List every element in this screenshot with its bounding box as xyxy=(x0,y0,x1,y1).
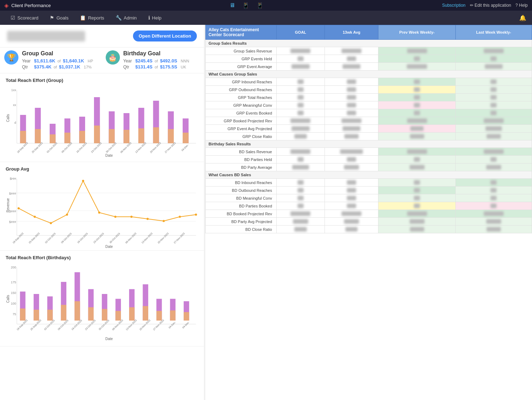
bell-icon: 🔔 xyxy=(519,15,526,21)
goals-icon: ⚑ xyxy=(50,15,54,21)
svg-text:06-Nov-2023: 06-Nov-2023 xyxy=(112,319,124,331)
edit-app-link[interactable]: ✏ Edit this application xyxy=(470,3,511,8)
svg-text:30-Oct-2023: 30-Oct-2023 xyxy=(109,232,121,244)
svg-text:09-Oct-2023: 09-Oct-2023 xyxy=(61,142,73,154)
nav-help[interactable]: ℹ Help xyxy=(143,13,167,23)
section-header-row: What Causes BD Sales xyxy=(206,171,532,179)
table-row: GRP Event Average $1,640.02 $1,078.07 $1… xyxy=(206,63,532,71)
svg-text:18-Sep-2023: 18-Sep-2023 xyxy=(16,141,28,154)
subscription-link[interactable]: Subscription xyxy=(442,3,466,8)
svg-rect-108 xyxy=(170,310,175,321)
reports-icon: 📋 xyxy=(80,15,86,21)
svg-text:$###: $### xyxy=(9,192,16,195)
table-row: BD Parties Booked 35 34.5 32 21 xyxy=(206,202,532,210)
svg-point-63 xyxy=(179,216,181,218)
bd-qtr-target: $175.5S xyxy=(160,64,177,70)
svg-rect-86 xyxy=(20,309,25,321)
chart-group-avg-title: Group Avg xyxy=(6,166,198,172)
group-qtr-pct: 17% xyxy=(84,65,92,69)
svg-point-64 xyxy=(195,213,197,216)
birthday-goal-title: Birthday Goal xyxy=(123,50,189,57)
chart-total-reach-bd: Total Reach Effort (Birthdays) Calls 200… xyxy=(0,251,204,346)
svg-rect-88 xyxy=(34,310,39,321)
table-row: BD Booked Projected Rev $4,211.028 $4,00… xyxy=(206,210,532,218)
svg-point-55 xyxy=(50,222,52,224)
svg-text:25-Sep-2023: 25-Sep-2023 xyxy=(31,141,43,154)
svg-text:Date: Date xyxy=(105,245,113,249)
nav-admin[interactable]: 🔧 Admin xyxy=(111,13,142,23)
group-year-pct: HP xyxy=(88,59,93,63)
nav-scorecard[interactable]: ☑ Scorecard xyxy=(6,13,43,23)
birthday-goal-box: 🎂 Birthday Goal Year $245.4S of $492.0S … xyxy=(106,50,200,70)
svg-text:16-Oct-2023: 16-Oct-2023 xyxy=(71,319,83,331)
tablet-icon[interactable]: 📱 xyxy=(242,2,249,9)
chart-group-avg-container: Revenue $HH $### $### $### 18-Sep-202325… xyxy=(6,175,198,246)
svg-point-60 xyxy=(131,216,133,218)
svg-text:09-Oct-2023: 09-Oct-2023 xyxy=(61,232,72,244)
svg-rect-100 xyxy=(116,311,121,321)
nav-goals-label: Goals xyxy=(56,15,68,21)
chart-total-reach-bd-container: Calls 200 175 150 100 75 18-Sep-202325-S… xyxy=(6,264,198,342)
birthday-goal-rows: Year $245.4S of $492.0S NNN Qtr $131.4S … xyxy=(123,58,189,70)
svg-text:02-Oct-2023: 02-Oct-2023 xyxy=(46,142,58,154)
chart-total-reach-group-title: Total Reach Effort (Group) xyxy=(6,78,198,83)
svg-rect-21 xyxy=(123,130,129,143)
svg-rect-92 xyxy=(61,305,66,321)
svg-rect-29 xyxy=(183,133,189,143)
group-year-label: Year xyxy=(22,59,32,63)
bd-year-of: of xyxy=(155,59,158,63)
svg-text:09-Oct-2023: 09-Oct-2023 xyxy=(57,319,69,331)
nav-reports[interactable]: 📋 Reports xyxy=(75,13,109,23)
right-panel: Alley Cats Entertainment Center Scorecar… xyxy=(205,25,532,400)
scorecard-table: Alley Cats Entertainment Center Scorecar… xyxy=(205,25,532,233)
birthday-goal-icon: 🎂 xyxy=(106,50,120,65)
svg-text:30-Oct-2023: 30-Oct-2023 xyxy=(98,319,110,331)
nav-help-label: Help xyxy=(152,15,162,21)
table-row: BD Party Average $594.110 $259.04 $364.4… xyxy=(206,163,532,171)
group-year-of: of xyxy=(57,59,61,63)
svg-text:23-Oct-2023: 23-Oct-2023 xyxy=(84,319,96,331)
table-row: BD Meaningful Conv 32 46.5 46 26 xyxy=(206,194,532,202)
svg-rect-25 xyxy=(153,127,159,143)
svg-text:Date: Date xyxy=(105,154,113,157)
svg-text:$HH: $HH xyxy=(10,177,16,180)
nav-items: ☑ Scorecard ⚑ Goals 📋 Reports 🔧 Admin ℹ … xyxy=(6,13,166,23)
table-row: BD Close Ratio 54.1% 52.1% 54.26% 40.01% xyxy=(206,226,532,233)
svg-point-58 xyxy=(98,211,100,213)
section-header-row: Birthday Sales Results xyxy=(206,140,532,148)
open-different-location-button[interactable]: Open Different Location xyxy=(133,30,197,41)
svg-rect-96 xyxy=(88,307,94,321)
svg-text:200: 200 xyxy=(11,266,16,269)
main-content: Open Different Location 🏆 Group Goal Yea… xyxy=(0,25,532,400)
col-header-name: Alley Cats Entertainment Center Scorecar… xyxy=(206,25,277,40)
col-header-13wk: 13wk Avg xyxy=(325,25,378,40)
group-goal-rows: Year $1,611.6K of $1,640.1K HP Qtr $375.… xyxy=(22,58,93,70)
svg-point-54 xyxy=(34,216,36,218)
section-header-row: What Causes Group Sales xyxy=(206,71,532,78)
nav-goals[interactable]: ⚑ Goals xyxy=(45,13,73,23)
svg-point-53 xyxy=(18,207,20,209)
svg-text:150: 150 xyxy=(11,291,16,295)
bd-qtr-label: Qtr xyxy=(123,65,133,70)
svg-text:04-Dec-: 04-Dec- xyxy=(182,321,190,329)
top-bar: ◈ Client Performance 🖥 📱 📱 Subscription … xyxy=(0,0,532,11)
mobile-icon[interactable]: 📱 xyxy=(256,2,264,9)
group-qtr-target: $1,037.1K xyxy=(59,64,80,70)
svg-rect-19 xyxy=(109,129,115,143)
svg-text:02-Oct-2023: 02-Oct-2023 xyxy=(44,319,55,331)
svg-text:27-Nov-2023: 27-Nov-2023 xyxy=(173,232,185,244)
help-link[interactable]: ? Help xyxy=(515,3,528,8)
desktop-icon[interactable]: 🖥 xyxy=(229,2,235,9)
top-bar-right: Subscription ✏ Edit this application ? H… xyxy=(442,3,528,8)
svg-text:02-Oct-2023: 02-Oct-2023 xyxy=(44,232,56,244)
svg-text:04-Dec-: 04-Dec- xyxy=(168,321,176,329)
bell-notification[interactable]: 🔔 xyxy=(519,15,526,21)
table-row: GRP Total Reaches 58 44.1 56 71 xyxy=(206,94,532,101)
svg-text:Calls: Calls xyxy=(6,295,10,303)
svg-point-59 xyxy=(114,216,116,218)
svg-text:27-Nov-2023: 27-Nov-2023 xyxy=(153,319,165,331)
bd-year-val: $245.4S xyxy=(135,58,153,63)
svg-text:18-Sep-2023: 18-Sep-2023 xyxy=(16,319,28,331)
svg-text:06-Nov-2023: 06-Nov-2023 xyxy=(125,232,137,244)
table-row: GRP Events Held 11 10.6 21 37 xyxy=(206,55,532,63)
